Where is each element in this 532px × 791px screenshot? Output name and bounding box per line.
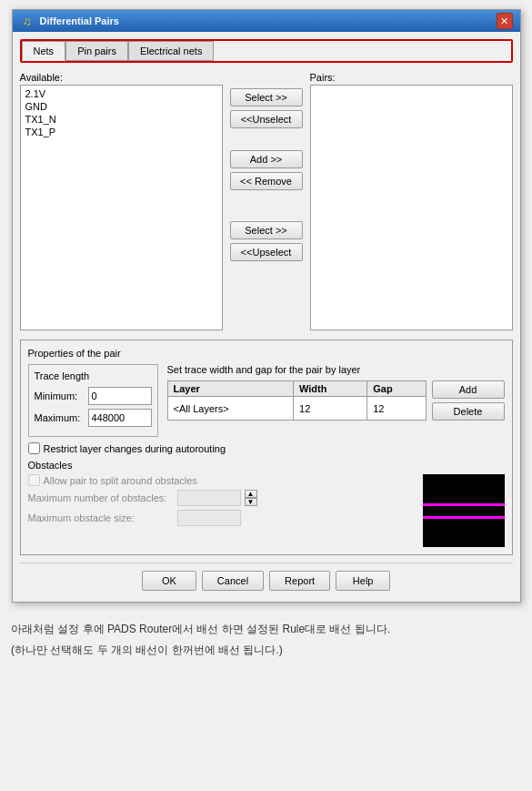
trace-length-group: Trace length Minimum: Maximum: [28,364,158,437]
trace-length-title: Trace length [35,370,152,381]
main-window: ♫ Differential Pairs ✕ Nets Pin pairs El… [12,9,521,603]
maximum-input[interactable] [88,409,152,427]
title-bar: ♫ Differential Pairs ✕ [13,10,520,32]
obstacles-left: Allow pair to split around obstacles Max… [28,474,414,530]
properties-section: Properties of the pair Trace length Mini… [20,340,513,555]
spinner-down[interactable]: ▼ [245,498,257,506]
report-button[interactable]: Report [269,571,330,591]
available-label: Available: [20,72,223,83]
maximum-label: Maximum: [35,412,85,423]
table-delete-button[interactable]: Delete [432,402,505,421]
allow-obstacle-checkbox[interactable] [28,474,40,486]
set-trace-label: Set trace width and gap for the pair by … [167,364,505,375]
help-button[interactable]: Help [336,571,390,591]
max-obstacles-row: Maximum number of obstacles: ▲ ▼ [28,490,414,506]
max-size-label: Maximum obstacle size: [28,512,174,523]
obstacle-spinner: ▲ ▼ [245,490,257,506]
cell-layer: <All Layers> [167,397,294,421]
preview-line-top [423,503,505,506]
unselect-button[interactable]: <<Unselect [230,110,303,128]
available-panel: Available: 2.1V GND TX1_N TX1_P [20,72,223,330]
restrict-checkbox[interactable] [28,442,40,454]
col-layer: Layer [167,381,294,397]
allow-obstacle-row: Allow pair to split around obstacles [28,474,414,486]
max-size-row: Maximum obstacle size: [28,510,414,526]
list-item[interactable]: TX1_N [23,113,220,126]
pairs-listbox[interactable] [310,85,513,330]
preview-line-bottom [423,516,505,519]
max-obstacles-label: Maximum number of obstacles: [28,492,174,503]
allow-obstacle-label: Allow pair to split around obstacles [44,475,197,486]
table-row[interactable]: <All Layers> 12 12 [167,397,426,421]
tab-pin-pairs[interactable]: Pin pairs [65,41,128,61]
spinner-up[interactable]: ▲ [245,490,257,498]
minimum-label: Minimum: [35,390,85,401]
pairs-label: Pairs: [310,72,513,83]
window-icon: ♫ [20,14,35,28]
list-item[interactable]: TX1_P [23,126,220,138]
unselect2-button[interactable]: <<Upselect [230,243,303,261]
cell-gap: 12 [367,397,426,421]
bottom-buttons: OK Cancel Report Help [20,563,513,594]
ok-button[interactable]: OK [142,571,196,591]
select-button[interactable]: Select >> [230,88,303,106]
remove-button[interactable]: << Remove [230,172,303,190]
minimum-input[interactable] [88,387,152,405]
window-body: Nets Pin pairs Electrical nets Available… [13,32,520,602]
middle-buttons: Select >> <<Unselect Add >> << Remove Se… [230,72,303,330]
pairs-panel: Pairs: [310,72,513,330]
list-item[interactable]: 2.1V [23,87,220,100]
max-obstacles-input[interactable] [177,490,241,506]
obstacles-title: Obstacles [28,460,505,471]
tab-nets[interactable]: Nets [22,41,66,61]
tabs-container: Nets Pin pairs Electrical nets [20,39,513,63]
window-title: Differential Pairs [40,15,119,26]
select2-button[interactable]: Select >> [230,221,303,239]
footer-line2: (하나만 선택해도 두 개의 배선이 한꺼번에 배선 됩니다.) [11,642,521,659]
list-item[interactable]: GND [23,100,220,113]
cancel-button[interactable]: Cancel [202,571,264,591]
obstacles-section: Obstacles Allow pair to split around obs… [28,460,505,547]
net-pair-section: Available: 2.1V GND TX1_N TX1_P Select >… [20,72,513,330]
col-width: Width [294,381,367,397]
obstacles-inner: Allow pair to split around obstacles Max… [28,474,505,547]
footer-text: 아래처럼 설정 후에 PADS Router에서 배선 하면 설정된 Rule대… [0,612,532,664]
max-size-input[interactable] [177,510,241,526]
add-button[interactable]: Add >> [230,150,303,168]
properties-title: Properties of the pair [28,348,505,359]
cell-width: 12 [294,397,367,421]
restrict-label: Restrict layer changes during autoroutin… [44,443,226,454]
close-button[interactable]: ✕ [497,13,513,29]
table-buttons: Add Delete [432,380,505,421]
preview-box [423,474,505,547]
minimum-row: Minimum: [35,387,152,405]
restrict-checkbox-row: Restrict layer changes during autoroutin… [28,442,505,454]
right-properties: Set trace width and gap for the pair by … [167,364,505,437]
properties-inner: Trace length Minimum: Maximum: Set trace… [28,364,505,437]
footer-line1: 아래처럼 설정 후에 PADS Router에서 배선 하면 설정된 Rule대… [11,621,521,638]
col-gap: Gap [367,381,426,397]
available-listbox[interactable]: 2.1V GND TX1_N TX1_P [20,85,223,330]
table-add-button[interactable]: Add [432,380,505,399]
maximum-row: Maximum: [35,409,152,427]
layer-table-area: Layer Width Gap <All Layers> 12 12 [167,380,505,421]
tab-electrical-nets[interactable]: Electrical nets [128,41,214,61]
layer-table: Layer Width Gap <All Layers> 12 12 [167,380,427,421]
